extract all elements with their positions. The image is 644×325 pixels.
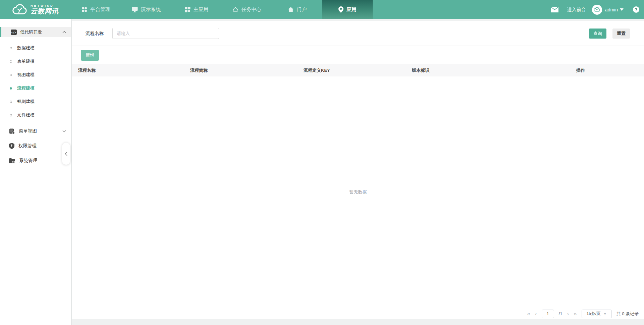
sidebar-item-label: 数据建模: [17, 45, 35, 51]
bullet-icon: [10, 60, 12, 63]
chevron-down-icon[interactable]: [620, 8, 624, 11]
total-pages-label: /1: [559, 311, 562, 316]
table-toolbar: 新增: [72, 46, 644, 64]
pagination-bar: « ‹ 1 /1 › » 15条/页 ▼ 共 0 条记录: [72, 308, 644, 319]
search-actions: 查询 重置: [589, 29, 630, 39]
bullet-icon: [10, 114, 12, 116]
brand-small-label: NETWISD: [31, 4, 59, 8]
first-page-icon[interactable]: «: [527, 311, 530, 317]
chevron-down-icon: ▼: [603, 312, 607, 316]
sidebar-section-label: 菜单视图: [19, 128, 62, 134]
code-badge-icon: </>: [11, 30, 17, 35]
home-filled-icon: [288, 7, 294, 12]
sidebar-item-rule-modeling[interactable]: 规则建模: [0, 95, 71, 108]
bullet-icon: [10, 74, 12, 76]
add-button[interactable]: 新增: [81, 50, 99, 61]
column-header-process-short-name: 流程简称: [190, 67, 304, 73]
nav-item-label: 门户: [297, 6, 307, 13]
search-field-label: 流程名称: [86, 31, 104, 37]
folder-gear-icon: [9, 158, 15, 163]
grid-dots-icon: [82, 7, 87, 12]
sidebar-section-label: 权限管理: [18, 143, 62, 149]
prev-page-icon[interactable]: ‹: [535, 311, 537, 317]
navbar-right: 进入前台 admin ?: [551, 0, 644, 19]
process-name-input[interactable]: [112, 28, 219, 39]
last-page-icon[interactable]: »: [574, 311, 577, 317]
sidebar-section-label: 系统管理: [19, 158, 62, 164]
sidebar-section-menu-view[interactable]: 菜单视图: [0, 124, 71, 139]
document-list-icon: [9, 128, 15, 134]
nav-item-label: 任务中心: [241, 6, 262, 13]
app-page: NETWISD 云数网讯 平台管理: [0, 0, 644, 325]
sidebar-section-system[interactable]: 系统管理: [0, 153, 71, 168]
query-button[interactable]: 查询: [589, 29, 606, 39]
sidebar-item-label: 流程建模: [17, 85, 35, 91]
brand-text: NETWISD 云数网讯: [31, 4, 59, 15]
sidebar-group-label: 低代码开发: [20, 29, 62, 35]
nav-item-main-app[interactable]: 主应用: [171, 0, 222, 19]
nav-item-demo-system[interactable]: 演示系统: [121, 0, 171, 19]
empty-data-label: 暂无数据: [350, 189, 367, 195]
nav-item-platform[interactable]: 平台管理: [71, 0, 121, 19]
cloud-logo-icon: [12, 4, 28, 15]
svg-text:</>: </>: [11, 31, 16, 34]
current-page-box[interactable]: 1: [542, 310, 554, 318]
column-header-process-name: 流程名称: [78, 67, 190, 73]
nav-item-portal[interactable]: 门户: [272, 0, 322, 19]
column-header-process-key: 流程定义KEY: [304, 67, 412, 73]
bullet-icon: [10, 47, 12, 49]
mail-icon[interactable]: [551, 7, 558, 12]
sidebar-collapse-handle[interactable]: [62, 142, 70, 165]
sidebar-item-process-modeling[interactable]: 流程建模: [0, 82, 71, 95]
chevron-down-icon: [62, 130, 66, 132]
sidebar-item-data-modeling[interactable]: 数据建模: [0, 41, 71, 55]
page-size-label: 15条/页: [586, 311, 600, 317]
top-navbar: NETWISD 云数网讯 平台管理: [0, 0, 644, 19]
nav-item-label: 演示系统: [141, 6, 161, 13]
map-pin-icon: [338, 6, 343, 13]
avatar[interactable]: [592, 5, 602, 15]
sidebar: </> 低代码开发 数据建模 表单建模 视图建模 流程: [0, 19, 71, 325]
bullet-icon: [10, 101, 12, 103]
total-records-label: 共 0 条记录: [616, 311, 639, 317]
next-page-icon[interactable]: ›: [567, 311, 569, 317]
nav-item-application[interactable]: 应用: [322, 0, 373, 19]
sidebar-item-form-modeling[interactable]: 表单建模: [0, 55, 71, 68]
nav-item-label: 平台管理: [90, 6, 110, 13]
sidebar-item-component-modeling[interactable]: 元件建模: [0, 108, 71, 122]
username-label[interactable]: admin: [605, 7, 618, 12]
bullet-icon: [10, 87, 12, 90]
sidebar-group-lowcode[interactable]: </> 低代码开发: [0, 27, 71, 37]
sidebar-item-label: 表单建模: [17, 58, 35, 64]
sidebar-item-label: 元件建模: [17, 112, 35, 118]
monitor-icon: [132, 7, 138, 12]
main-panel: 流程名称 查询 重置 新增 流程名称 流程简称 流程定义KEY 版本标识 操作 …: [72, 21, 644, 319]
page-size-select[interactable]: 15条/页 ▼: [582, 310, 612, 318]
column-header-actions: 操作: [576, 67, 644, 73]
table-empty-state: 暂无数据: [72, 76, 644, 308]
nav-item-task-center[interactable]: 任务中心: [222, 0, 272, 19]
nav-item-label: 主应用: [194, 6, 209, 13]
help-icon[interactable]: ?: [633, 6, 639, 13]
chevron-left-icon: [65, 152, 67, 156]
sidebar-item-label: 规则建模: [17, 99, 35, 105]
home-outline-icon: [232, 7, 238, 12]
reset-button[interactable]: 重置: [612, 29, 630, 39]
search-bar: 流程名称 查询 重置: [72, 21, 644, 46]
chevron-up-icon: [62, 31, 66, 33]
brand-logo[interactable]: NETWISD 云数网讯: [0, 0, 71, 19]
brand-large-label: 云数网讯: [31, 7, 59, 15]
grid-squares-icon: [185, 7, 191, 12]
table-header-row: 流程名称 流程简称 流程定义KEY 版本标识 操作: [72, 64, 644, 76]
primary-nav: 平台管理 演示系统: [71, 0, 373, 19]
sidebar-item-view-modeling[interactable]: 视图建模: [0, 68, 71, 82]
column-header-version: 版本标识: [412, 67, 576, 73]
sidebar-section-permission[interactable]: 权限管理: [0, 139, 71, 153]
sidebar-item-label: 视图建模: [17, 72, 35, 78]
shield-key-icon: [9, 143, 14, 149]
sidebar-sublist: 数据建模 表单建模 视图建模 流程建模 规则建模 元件建模: [0, 37, 71, 122]
nav-item-label: 应用: [346, 6, 357, 13]
enter-front-link[interactable]: 进入前台: [567, 7, 586, 13]
